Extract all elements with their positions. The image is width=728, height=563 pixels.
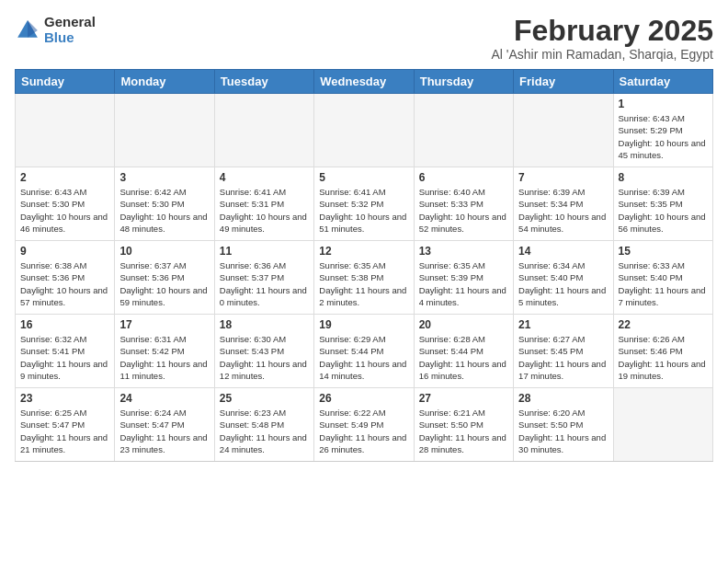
day-number: 10 bbox=[119, 245, 209, 258]
day-info: Sunrise: 6:39 AM Sunset: 5:34 PM Dayligh… bbox=[518, 186, 608, 235]
calendar-day-cell bbox=[16, 94, 115, 167]
calendar-day-cell bbox=[115, 94, 214, 167]
calendar-day-cell: 3Sunrise: 6:42 AM Sunset: 5:30 PM Daylig… bbox=[115, 167, 214, 241]
calendar-day-cell: 16Sunrise: 6:32 AM Sunset: 5:41 PM Dayli… bbox=[16, 315, 115, 388]
calendar-week-row: 23Sunrise: 6:25 AM Sunset: 5:47 PM Dayli… bbox=[16, 388, 713, 462]
logo-icon bbox=[15, 17, 40, 43]
page-header: General Blue February 2025 Al 'Ashir min… bbox=[15, 15, 713, 62]
calendar-day-cell: 20Sunrise: 6:28 AM Sunset: 5:44 PM Dayli… bbox=[414, 315, 513, 388]
day-info: Sunrise: 6:43 AM Sunset: 5:30 PM Dayligh… bbox=[20, 186, 109, 235]
calendar-day-cell: 2Sunrise: 6:43 AM Sunset: 5:30 PM Daylig… bbox=[16, 167, 115, 241]
day-number: 11 bbox=[220, 245, 309, 258]
calendar-day-cell: 21Sunrise: 6:27 AM Sunset: 5:45 PM Dayli… bbox=[514, 315, 613, 388]
day-info: Sunrise: 6:37 AM Sunset: 5:36 PM Dayligh… bbox=[119, 259, 209, 308]
logo: General Blue bbox=[15, 15, 96, 45]
weekday-header: Monday bbox=[115, 70, 214, 94]
day-info: Sunrise: 6:26 AM Sunset: 5:46 PM Dayligh… bbox=[619, 333, 708, 382]
day-number: 2 bbox=[20, 171, 109, 184]
day-number: 21 bbox=[518, 318, 608, 331]
weekday-header: Wednesday bbox=[314, 70, 414, 94]
calendar-day-cell: 25Sunrise: 6:23 AM Sunset: 5:48 PM Dayli… bbox=[214, 388, 313, 462]
calendar-table: SundayMondayTuesdayWednesdayThursdayFrid… bbox=[15, 69, 713, 462]
logo-text: General Blue bbox=[44, 15, 96, 45]
day-number: 14 bbox=[518, 245, 608, 258]
day-number: 8 bbox=[619, 171, 708, 184]
calendar-day-cell bbox=[214, 94, 313, 167]
calendar-day-cell: 14Sunrise: 6:34 AM Sunset: 5:40 PM Dayli… bbox=[514, 241, 613, 315]
day-info: Sunrise: 6:31 AM Sunset: 5:42 PM Dayligh… bbox=[119, 333, 209, 382]
calendar-week-row: 16Sunrise: 6:32 AM Sunset: 5:41 PM Dayli… bbox=[16, 315, 713, 388]
calendar-day-cell: 9Sunrise: 6:38 AM Sunset: 5:36 PM Daylig… bbox=[16, 241, 115, 315]
day-number: 9 bbox=[20, 245, 109, 258]
day-number: 26 bbox=[319, 392, 408, 405]
calendar-header-row: SundayMondayTuesdayWednesdayThursdayFrid… bbox=[16, 70, 713, 94]
calendar-day-cell: 13Sunrise: 6:35 AM Sunset: 5:39 PM Dayli… bbox=[414, 241, 513, 315]
day-number: 4 bbox=[220, 171, 309, 184]
day-number: 13 bbox=[419, 245, 508, 258]
day-info: Sunrise: 6:33 AM Sunset: 5:40 PM Dayligh… bbox=[619, 259, 708, 308]
calendar-day-cell: 8Sunrise: 6:39 AM Sunset: 5:35 PM Daylig… bbox=[613, 167, 712, 241]
location-subtitle: Al 'Ashir min Ramadan, Sharqia, Egypt bbox=[491, 47, 713, 62]
day-info: Sunrise: 6:36 AM Sunset: 5:37 PM Dayligh… bbox=[220, 259, 309, 308]
calendar-day-cell: 12Sunrise: 6:35 AM Sunset: 5:38 PM Dayli… bbox=[314, 241, 414, 315]
weekday-header: Tuesday bbox=[214, 70, 313, 94]
calendar-day-cell: 23Sunrise: 6:25 AM Sunset: 5:47 PM Dayli… bbox=[16, 388, 115, 462]
day-info: Sunrise: 6:27 AM Sunset: 5:45 PM Dayligh… bbox=[518, 333, 608, 382]
day-number: 3 bbox=[119, 171, 209, 184]
day-number: 23 bbox=[20, 392, 109, 405]
logo-blue-label: Blue bbox=[44, 30, 96, 46]
calendar-day-cell bbox=[613, 388, 712, 462]
calendar-day-cell: 17Sunrise: 6:31 AM Sunset: 5:42 PM Dayli… bbox=[115, 315, 214, 388]
calendar-day-cell: 7Sunrise: 6:39 AM Sunset: 5:34 PM Daylig… bbox=[514, 167, 613, 241]
calendar-day-cell: 27Sunrise: 6:21 AM Sunset: 5:50 PM Dayli… bbox=[414, 388, 513, 462]
day-info: Sunrise: 6:43 AM Sunset: 5:29 PM Dayligh… bbox=[619, 112, 708, 161]
day-info: Sunrise: 6:23 AM Sunset: 5:48 PM Dayligh… bbox=[220, 407, 309, 455]
calendar-day-cell bbox=[314, 94, 414, 167]
day-number: 1 bbox=[619, 98, 708, 110]
day-number: 24 bbox=[119, 392, 209, 405]
day-info: Sunrise: 6:40 AM Sunset: 5:33 PM Dayligh… bbox=[419, 186, 508, 235]
calendar-day-cell: 19Sunrise: 6:29 AM Sunset: 5:44 PM Dayli… bbox=[314, 315, 414, 388]
day-number: 18 bbox=[220, 318, 309, 331]
calendar-day-cell: 26Sunrise: 6:22 AM Sunset: 5:49 PM Dayli… bbox=[314, 388, 414, 462]
day-info: Sunrise: 6:25 AM Sunset: 5:47 PM Dayligh… bbox=[20, 407, 109, 455]
calendar-day-cell: 4Sunrise: 6:41 AM Sunset: 5:31 PM Daylig… bbox=[214, 167, 313, 241]
weekday-header: Thursday bbox=[414, 70, 513, 94]
day-info: Sunrise: 6:35 AM Sunset: 5:39 PM Dayligh… bbox=[419, 259, 508, 308]
day-number: 15 bbox=[619, 245, 708, 258]
day-info: Sunrise: 6:34 AM Sunset: 5:40 PM Dayligh… bbox=[518, 259, 608, 308]
day-info: Sunrise: 6:28 AM Sunset: 5:44 PM Dayligh… bbox=[419, 333, 508, 382]
day-number: 5 bbox=[319, 171, 408, 184]
day-number: 28 bbox=[518, 392, 608, 405]
calendar-day-cell: 28Sunrise: 6:20 AM Sunset: 5:50 PM Dayli… bbox=[514, 388, 613, 462]
day-info: Sunrise: 6:29 AM Sunset: 5:44 PM Dayligh… bbox=[319, 333, 408, 382]
day-number: 17 bbox=[119, 318, 209, 331]
calendar-week-row: 1Sunrise: 6:43 AM Sunset: 5:29 PM Daylig… bbox=[16, 94, 713, 167]
weekday-header: Sunday bbox=[16, 70, 115, 94]
day-info: Sunrise: 6:21 AM Sunset: 5:50 PM Dayligh… bbox=[419, 407, 508, 455]
day-number: 20 bbox=[419, 318, 508, 331]
day-info: Sunrise: 6:30 AM Sunset: 5:43 PM Dayligh… bbox=[220, 333, 309, 382]
calendar-day-cell: 18Sunrise: 6:30 AM Sunset: 5:43 PM Dayli… bbox=[214, 315, 313, 388]
title-block: February 2025 Al 'Ashir min Ramadan, Sha… bbox=[491, 15, 713, 62]
day-number: 27 bbox=[419, 392, 508, 405]
calendar-day-cell: 24Sunrise: 6:24 AM Sunset: 5:47 PM Dayli… bbox=[115, 388, 214, 462]
calendar-day-cell: 11Sunrise: 6:36 AM Sunset: 5:37 PM Dayli… bbox=[214, 241, 313, 315]
calendar-day-cell: 6Sunrise: 6:40 AM Sunset: 5:33 PM Daylig… bbox=[414, 167, 513, 241]
day-number: 22 bbox=[619, 318, 708, 331]
calendar-day-cell: 15Sunrise: 6:33 AM Sunset: 5:40 PM Dayli… bbox=[613, 241, 712, 315]
day-info: Sunrise: 6:41 AM Sunset: 5:32 PM Dayligh… bbox=[319, 186, 408, 235]
calendar-day-cell: 10Sunrise: 6:37 AM Sunset: 5:36 PM Dayli… bbox=[115, 241, 214, 315]
day-number: 7 bbox=[518, 171, 608, 184]
calendar-day-cell: 22Sunrise: 6:26 AM Sunset: 5:46 PM Dayli… bbox=[613, 315, 712, 388]
day-info: Sunrise: 6:39 AM Sunset: 5:35 PM Dayligh… bbox=[619, 186, 708, 235]
day-number: 6 bbox=[419, 171, 508, 184]
day-info: Sunrise: 6:24 AM Sunset: 5:47 PM Dayligh… bbox=[119, 407, 209, 455]
calendar-week-row: 9Sunrise: 6:38 AM Sunset: 5:36 PM Daylig… bbox=[16, 241, 713, 315]
day-info: Sunrise: 6:22 AM Sunset: 5:49 PM Dayligh… bbox=[319, 407, 408, 455]
day-info: Sunrise: 6:20 AM Sunset: 5:50 PM Dayligh… bbox=[518, 407, 608, 455]
day-info: Sunrise: 6:32 AM Sunset: 5:41 PM Dayligh… bbox=[20, 333, 109, 382]
day-number: 25 bbox=[220, 392, 309, 405]
calendar-day-cell: 5Sunrise: 6:41 AM Sunset: 5:32 PM Daylig… bbox=[314, 167, 414, 241]
calendar-day-cell bbox=[514, 94, 613, 167]
